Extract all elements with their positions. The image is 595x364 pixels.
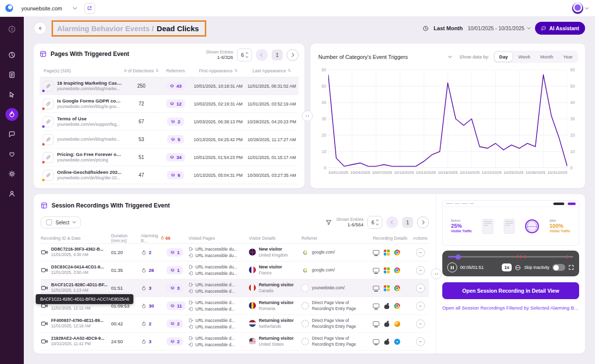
pages-table-row[interactable]: Pricing: Go Free Forever or C... yourweb… bbox=[40, 149, 298, 166]
row-actions-button[interactable] bbox=[416, 319, 425, 328]
column-actions: Actions bbox=[412, 236, 429, 241]
panel-resize-toggle[interactable]: ‹› bbox=[302, 110, 313, 121]
open-all-recordings-link[interactable]: Open all Session Recordings Filtered by … bbox=[442, 305, 579, 311]
layers-icon bbox=[170, 84, 175, 89]
referrers-badge[interactable]: 34 bbox=[166, 153, 185, 161]
period-week-button[interactable]: Week bbox=[514, 52, 535, 61]
sidebar-item-dashboard[interactable] bbox=[5, 49, 18, 61]
visited-page-item[interactable]: URL inaccessible d... bbox=[188, 324, 249, 329]
referrers-badge[interactable]: 43 bbox=[166, 82, 185, 90]
playback-speed-button[interactable]: 1x bbox=[502, 263, 512, 271]
recording-row[interactable]: 21929AE2-AA02-4DC9-9... 10/31/2025, 11:4… bbox=[41, 333, 429, 351]
filter-button[interactable] bbox=[325, 219, 332, 226]
visited-page-item[interactable]: URL inaccessible du... bbox=[188, 271, 249, 276]
player-progress-track[interactable] bbox=[448, 256, 573, 258]
sidebar-item-interactions[interactable] bbox=[5, 88, 18, 101]
visited-pages-badge[interactable]: 3 bbox=[167, 284, 183, 292]
minus-circle-icon bbox=[418, 321, 423, 326]
pages-table-row[interactable]: Terms of Use yourwebsite.com/en/support/… bbox=[40, 113, 298, 131]
account-menu[interactable] bbox=[572, 3, 588, 14]
visited-page-item[interactable]: URL inaccessible du... bbox=[188, 264, 249, 269]
site-selector[interactable]: yourwebsite.com bbox=[17, 3, 80, 13]
page-size-select[interactable]: 6 bbox=[237, 49, 252, 61]
current-page[interactable]: 1 bbox=[272, 50, 283, 60]
pages-table-row[interactable]: 16 Inspiring Marketing Case ... yourwebs… bbox=[40, 77, 298, 95]
row-actions-button[interactable] bbox=[416, 248, 425, 257]
column-first-appearance[interactable]: First Appearance⇅ bbox=[191, 68, 245, 73]
column-visited-pages[interactable]: Visited Pages bbox=[188, 236, 249, 241]
column-referrer[interactable]: Referrer bbox=[301, 236, 373, 241]
row-actions-button[interactable] bbox=[416, 337, 425, 346]
row-actions-button[interactable] bbox=[416, 302, 425, 311]
visited-page-item[interactable]: URL inaccessible d... bbox=[188, 282, 249, 287]
sidebar-collapse-icon[interactable] bbox=[5, 23, 18, 36]
column-last-appearance[interactable]: Last Appearance⇅ bbox=[245, 68, 298, 73]
skip-inactivity-toggle[interactable] bbox=[552, 264, 565, 271]
sidebar-item-feedback[interactable] bbox=[5, 128, 18, 141]
sidebar-item-favorites[interactable] bbox=[5, 148, 18, 160]
referrers-badge[interactable]: 2 bbox=[167, 117, 183, 126]
column-recording-details[interactable]: Recording Details bbox=[373, 236, 412, 241]
column-duration[interactable]: Duration (mm:ss) bbox=[111, 233, 141, 243]
previous-page-button[interactable] bbox=[386, 216, 398, 228]
page-title-text: 16 Inspiring Marketing Case ... bbox=[57, 80, 123, 86]
current-page[interactable]: 1 bbox=[402, 217, 413, 228]
back-button[interactable] bbox=[34, 22, 47, 35]
period-day-button[interactable]: Day bbox=[494, 52, 513, 62]
ai-assistant-button[interactable]: AI Assistant bbox=[535, 22, 585, 35]
column-recording-id[interactable]: Recording ID & Date bbox=[41, 236, 111, 241]
page-size-select[interactable]: 6 bbox=[367, 216, 382, 229]
sidebar-item-forms[interactable] bbox=[5, 68, 18, 81]
date-range-selector[interactable]: 10/01/2025 - 10/31/2025 bbox=[468, 25, 530, 31]
visited-pages-badge[interactable]: 11 bbox=[167, 302, 185, 310]
sidebar-item-settings[interactable] bbox=[5, 167, 18, 180]
period-year-button[interactable]: Year bbox=[559, 52, 577, 61]
column-visitor-details[interactable]: Visitor Details bbox=[249, 236, 301, 241]
open-detail-view-button[interactable]: Open Session Recording in Detail View bbox=[442, 282, 579, 299]
referrers-badge[interactable]: 6 bbox=[167, 171, 183, 179]
recording-row[interactable]: DD8C7216-30F3-4362-B... 11/01/2025, 6:30… bbox=[41, 244, 429, 261]
visited-page-item[interactable]: URL inaccessible d... bbox=[188, 307, 249, 312]
detections-count: 72 bbox=[123, 101, 160, 106]
pages-table-row[interactable]: Is Google Forms GDPR comp... yourwebsite… bbox=[40, 95, 298, 113]
visited-page-item[interactable]: URL inaccessible du... bbox=[188, 247, 249, 252]
panel-resize-toggle[interactable]: ‹› bbox=[431, 268, 442, 279]
pages-table-row[interactable]: Online-Geschäftsideen 202... yourwebsite… bbox=[40, 166, 298, 184]
player-progress-handle[interactable] bbox=[456, 255, 461, 259]
select-dropdown[interactable]: Select bbox=[41, 216, 81, 228]
chart-plot-area[interactable] bbox=[328, 70, 567, 168]
open-site-button[interactable] bbox=[84, 3, 95, 14]
visited-pages-badge[interactable]: 2 bbox=[167, 319, 183, 328]
fullscreen-icon[interactable] bbox=[568, 264, 574, 270]
next-page-button[interactable] bbox=[417, 216, 429, 228]
pages-table-row[interactable]: yourwebsite.com/en/blog/marke... 53 5 bbox=[40, 131, 298, 149]
recording-row[interactable]: D3C83C24-0414-4CD1-9... 11/01/2025, 3:50… bbox=[41, 261, 429, 279]
row-actions-button[interactable] bbox=[416, 266, 425, 275]
referrers-badge[interactable]: 5 bbox=[167, 135, 183, 144]
recording-row[interactable]: FF400937-4790-4E11-89... 11/01/2025, 12:… bbox=[41, 315, 429, 333]
row-actions-button[interactable] bbox=[416, 284, 425, 293]
chart-category-dropdown[interactable]: Number of Category's Event Triggers bbox=[318, 54, 451, 60]
referrers-badge[interactable]: 12 bbox=[166, 100, 185, 108]
column-alarming[interactable]: Alarming B... 66 bbox=[141, 233, 167, 243]
visited-page-item[interactable]: URL inaccessible d... bbox=[188, 336, 249, 341]
previous-page-button[interactable] bbox=[256, 49, 268, 61]
visited-pages-badge[interactable]: 1 bbox=[167, 266, 183, 274]
period-month-button[interactable]: Month bbox=[536, 52, 557, 61]
next-page-button[interactable] bbox=[287, 49, 298, 61]
visited-page-item[interactable]: URL inaccessible d... bbox=[188, 342, 249, 347]
select-all-checkbox[interactable] bbox=[46, 219, 52, 225]
visited-page-item[interactable]: URL inaccessible d... bbox=[188, 318, 249, 323]
recording-thumbnail[interactable]: Before 25% Visible Traffic After 100% Vi… bbox=[442, 200, 579, 246]
sidebar-item-account[interactable] bbox=[5, 187, 18, 200]
visited-page-item[interactable]: URL inaccessible d... bbox=[188, 300, 249, 305]
sidebar-item-alarming-events[interactable] bbox=[5, 108, 18, 121]
column-referrers[interactable]: Referrers bbox=[160, 68, 191, 73]
pause-button[interactable] bbox=[447, 262, 457, 272]
visited-page-item[interactable]: URL inaccessible du... bbox=[188, 253, 249, 258]
visited-page-item[interactable]: URL inaccessible d... bbox=[188, 289, 249, 294]
visited-pages-badge[interactable]: 1 bbox=[167, 248, 183, 257]
column-detections[interactable]: # of Detections⇅ bbox=[123, 68, 160, 73]
column-pages[interactable]: Page(s) (326) bbox=[40, 68, 123, 73]
visited-pages-badge[interactable]: 2 bbox=[167, 337, 183, 346]
